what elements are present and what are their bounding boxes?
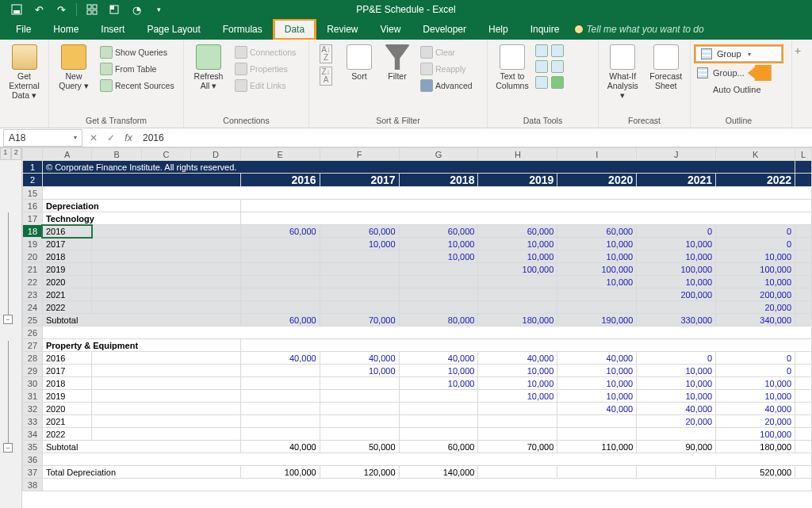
formula-input[interactable]: 2016: [136, 132, 812, 143]
auto-outline-button[interactable]: Auto Outline: [694, 82, 783, 97]
new-query-button[interactable]: New Query ▾: [52, 41, 95, 90]
group-label-get-transform: Get & Transform: [52, 114, 180, 128]
consolidate-icon[interactable]: [551, 44, 564, 57]
tab-review[interactable]: Review: [316, 19, 369, 40]
group-dropdown-button[interactable]: Group▾: [695, 46, 782, 62]
what-if-button[interactable]: What-If Analysis ▾: [602, 41, 644, 100]
recent-sources-button[interactable]: Recent Sources: [97, 78, 178, 94]
tab-inquire[interactable]: Inquire: [519, 19, 571, 40]
from-table-icon: [100, 63, 113, 75]
funnel-icon: [385, 44, 410, 70]
callout-arrow-icon: [748, 65, 772, 81]
advanced-icon: [420, 79, 433, 92]
active-cell[interactable]: 2016: [42, 225, 91, 238]
column-headers[interactable]: ABCD EFGH IJKL: [23, 148, 812, 161]
group-label-outline: Outline: [694, 114, 783, 128]
table-icon: [100, 46, 113, 59]
undo-icon[interactable]: ↶: [32, 2, 46, 17]
tab-help[interactable]: Help: [477, 19, 519, 40]
svg-rect-1: [13, 10, 20, 13]
tab-file[interactable]: File: [5, 19, 42, 40]
properties-button: Properties: [232, 61, 299, 77]
flash-fill-icon[interactable]: [535, 44, 548, 57]
save-icon[interactable]: [10, 2, 24, 17]
name-box[interactable]: A18▾: [3, 129, 82, 147]
fill-icon[interactable]: [107, 2, 121, 17]
text-columns-icon: [500, 44, 525, 70]
remove-duplicates-icon[interactable]: [535, 60, 548, 73]
quick-access-toolbar: ↶ ↷ ◔ ▾: [0, 2, 166, 17]
chevron-down-icon[interactable]: ▾: [74, 134, 77, 141]
cancel-icon[interactable]: ✕: [86, 132, 102, 143]
sort-az-button[interactable]: A↓ZZ↓A: [312, 41, 339, 86]
outline-level-2[interactable]: 2: [11, 147, 22, 160]
properties-icon: [235, 63, 247, 75]
what-if-icon: [610, 44, 635, 70]
show-queries-button[interactable]: Show Queries: [97, 44, 178, 60]
bulb-icon: [575, 25, 583, 33]
tab-insert[interactable]: Insert: [90, 19, 136, 40]
ribbon-add-icon[interactable]: +: [792, 40, 803, 103]
tell-me-search[interactable]: Tell me what you want to do: [575, 19, 703, 40]
outline-collapse-button[interactable]: −: [3, 443, 13, 453]
svg-rect-5: [93, 10, 97, 14]
get-external-data-button[interactable]: Get External Data ▾: [3, 41, 45, 100]
worksheet-area: 12 − − ABCD EFGH IJKL 1© Corporat: [0, 147, 812, 508]
group-rows-icon: [697, 67, 708, 78]
tab-formulas[interactable]: Formulas: [212, 19, 274, 40]
outline-collapse-button[interactable]: −: [3, 315, 13, 324]
svg-rect-2: [87, 5, 91, 9]
tab-data[interactable]: Data: [274, 19, 316, 40]
data-validation-icon[interactable]: [535, 76, 548, 89]
ribbon: Get External Data ▾ New Query ▾ Show Que…: [0, 40, 812, 128]
outline-bracket: [8, 341, 9, 444]
forecast-sheet-button[interactable]: Forecast Sheet: [645, 41, 688, 90]
outline-bracket: [8, 212, 9, 315]
spreadsheet-grid[interactable]: ABCD EFGH IJKL 1© Corporate Finance Inst…: [22, 147, 812, 491]
recent-icon: [100, 79, 113, 92]
outline-level-1[interactable]: 1: [0, 147, 11, 160]
redo-icon[interactable]: ↷: [54, 2, 68, 17]
connections-button[interactable]: Connections: [232, 44, 299, 60]
qat-customize-icon[interactable]: ▾: [151, 2, 166, 17]
sort-dialog-button[interactable]: Sort: [341, 41, 377, 81]
group-label-sort-filter: Sort & Filter: [312, 114, 484, 128]
group-icon: [701, 48, 712, 59]
advanced-filter-button[interactable]: Advanced: [417, 78, 476, 94]
tab-home[interactable]: Home: [42, 19, 90, 40]
database-icon: [12, 44, 37, 70]
forecast-icon: [653, 44, 679, 70]
outline-column[interactable]: 12 − −: [0, 147, 22, 508]
tab-page-layout[interactable]: Page Layout: [136, 19, 211, 40]
filter-button[interactable]: Filter: [379, 41, 416, 81]
borders-icon[interactable]: [85, 2, 99, 17]
reapply-button: Reapply: [417, 61, 476, 77]
tab-developer[interactable]: Developer: [412, 19, 477, 40]
svg-rect-4: [87, 10, 91, 14]
edit-links-button: Edit Links: [232, 78, 299, 94]
fx-icon[interactable]: fx: [121, 132, 136, 143]
reapply-icon: [420, 63, 433, 75]
from-table-button[interactable]: From Table: [97, 61, 178, 77]
group-label-data-tools: Data Tools: [491, 114, 595, 128]
text-to-columns-button[interactable]: Text to Columns: [491, 41, 534, 90]
refresh-all-button[interactable]: Refresh All ▾: [187, 41, 230, 90]
formula-bar: A18▾ ✕ ✓ fx 2016: [0, 128, 812, 147]
clear-icon: [420, 46, 433, 59]
manage-data-model-icon[interactable]: [551, 76, 564, 89]
relationships-icon[interactable]: [551, 60, 564, 73]
edit-links-icon: [235, 79, 247, 92]
enter-icon[interactable]: ✓: [103, 132, 119, 143]
connections-icon: [235, 46, 247, 59]
group-label-forecast: Forecast: [602, 114, 687, 128]
group-menu-item[interactable]: Group...: [694, 65, 748, 81]
refresh-icon: [196, 44, 221, 70]
group-label: [3, 114, 45, 128]
tab-view[interactable]: View: [370, 19, 412, 40]
sort-icon: [347, 44, 372, 70]
copyright-text: © Corporate Finance Institute. All right…: [42, 161, 795, 174]
group-label-connections: Connections: [187, 114, 305, 128]
formula-bar-buttons: ✕ ✓ fx: [86, 132, 136, 143]
chart-icon[interactable]: ◔: [129, 2, 144, 17]
ribbon-tabs: File Home Insert Page Layout Formulas Da…: [0, 19, 812, 40]
